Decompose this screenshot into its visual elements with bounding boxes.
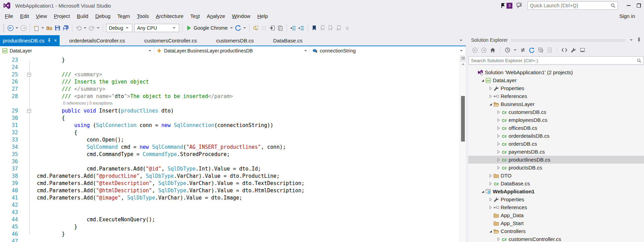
grid-dots-icon[interactable] (260, 24, 268, 32)
bookmark-next-icon[interactable] (327, 24, 335, 32)
bookmark-icon[interactable] (310, 24, 318, 32)
tree-item-paymentsdb-cs[interactable]: C#paymentsDB.cs (468, 148, 644, 156)
tree-item-properties[interactable]: Properties (468, 84, 644, 92)
tree-item-app-data[interactable]: App_Data (468, 211, 644, 219)
tree-item-properties[interactable]: Properties (468, 195, 644, 203)
window-position-icon[interactable] (630, 39, 633, 41)
tree-item-app-start[interactable]: App_Start (468, 219, 644, 227)
tree-item-database-cs[interactable]: C#DataBase.cs (468, 180, 644, 187)
sign-in-link[interactable]: Sign in (619, 13, 635, 19)
menu-view[interactable]: View (32, 12, 50, 20)
expand-icon[interactable] (495, 133, 501, 139)
tree-item-customersdb-cs[interactable]: C#customersDB.cs (468, 108, 644, 116)
folding-margin[interactable] (18, 71, 37, 78)
menu-project[interactable]: Project (50, 12, 73, 20)
tree-item-customerscontroller-cs[interactable]: C#customersController.cs (468, 235, 644, 242)
collapse-icon[interactable] (488, 229, 493, 234)
properties-icon[interactable] (570, 46, 577, 54)
solution-explorer-header[interactable]: Solution Explorer (468, 35, 644, 45)
scrollbar-thumb[interactable] (461, 96, 465, 142)
chevron-down-icon[interactable] (514, 49, 517, 51)
restore-button[interactable] (634, 1, 644, 10)
bookmark-prev-icon[interactable] (318, 24, 327, 32)
start-target-label[interactable]: Google Chrome (194, 25, 228, 31)
solution-search-input[interactable] (471, 58, 637, 63)
nav-back-icon[interactable] (6, 24, 14, 32)
project-dropdown[interactable]: C# DataLayer (0, 46, 154, 55)
tab-DataBase-cs[interactable]: DataBase.cs (264, 35, 312, 46)
codelens-indicator[interactable]: 0 references | 0 exceptions (0, 100, 466, 107)
collapse-icon[interactable] (488, 101, 493, 107)
feedback-icon[interactable] (517, 3, 523, 8)
menu-architecture[interactable]: Architecture (152, 12, 187, 20)
refresh-icon[interactable] (528, 46, 535, 54)
expand-icon[interactable] (488, 181, 493, 186)
expand-icon[interactable] (488, 205, 493, 210)
browser-refresh-icon[interactable] (234, 24, 242, 32)
tab-productlinesDB-cs[interactable]: productlinesDB.cs× (0, 35, 60, 46)
open-files-filter-icon[interactable] (504, 46, 511, 54)
redo-icon[interactable] (88, 24, 96, 32)
back-icon[interactable] (471, 46, 479, 54)
close-tab-icon[interactable]: × (54, 38, 57, 43)
tree-item-controllers[interactable]: Controllers (468, 227, 644, 235)
notifications-button[interactable]: 3 (500, 3, 512, 9)
sync-active-document-icon[interactable] (519, 46, 527, 54)
tab-customersController-cs[interactable]: customersController.cs (135, 35, 207, 46)
nav-forward-icon[interactable] (19, 24, 28, 32)
new-file-icon[interactable] (32, 24, 40, 32)
quick-launch-box[interactable] (528, 1, 618, 10)
tab-list-overflow-icon[interactable] (460, 40, 462, 41)
platform-combo[interactable]: Any CPU (134, 24, 179, 32)
menu-team[interactable]: Team (114, 12, 134, 20)
tree-item-webapplication1[interactable]: WebApplication1 (468, 187, 644, 195)
tree-item-employeesdb-cs[interactable]: C#employeesDB.cs (468, 116, 644, 124)
member-dropdown[interactable]: connectionString (310, 46, 466, 55)
tree-item-officesdb-cs[interactable]: C#officesDB.cs (468, 124, 644, 132)
tree-item-dto[interactable]: DTO (468, 172, 644, 180)
editor-vertical-scrollbar[interactable] (460, 55, 466, 242)
panel-splitter[interactable] (466, 35, 468, 242)
expand-icon[interactable] (495, 165, 501, 171)
copy-structure-icon[interactable] (276, 24, 285, 32)
tree-item-references[interactable]: References (468, 92, 644, 100)
collapse-all-icon[interactable] (537, 46, 544, 54)
menu-debug[interactable]: Debug (92, 12, 114, 20)
toolbar-grip[interactable] (3, 24, 5, 32)
solution-search-box[interactable] (469, 56, 644, 65)
pin-icon[interactable] (637, 38, 641, 42)
collapse-icon[interactable] (480, 78, 485, 83)
expand-icon[interactable] (495, 149, 501, 155)
chevron-down-icon[interactable] (230, 27, 233, 29)
tab-customersDB-cs[interactable]: customersDB.cs (206, 35, 263, 46)
type-dropdown[interactable]: DataLayer.BusinessLayer.productlinesDB (154, 46, 310, 55)
save-icon[interactable] (53, 24, 62, 32)
menu-help[interactable]: Help (254, 12, 272, 20)
menu-test[interactable]: Test (187, 12, 203, 20)
tree-item-ordersdb-cs[interactable]: C#ordersDB.cs (468, 140, 644, 148)
notification-count-badge[interactable]: 3 (507, 3, 512, 9)
minimize-button[interactable] (623, 1, 634, 10)
menu-edit[interactable]: Edit (17, 12, 32, 20)
toolbar-options-icon[interactable] (343, 24, 351, 32)
tree-item-references[interactable]: References (468, 203, 644, 211)
expand-icon[interactable] (495, 109, 501, 115)
forward-icon[interactable] (480, 46, 488, 54)
debug-configuration-combo[interactable]: Debug (106, 24, 132, 32)
split-window-handle[interactable] (460, 55, 466, 61)
expand-icon[interactable] (495, 157, 501, 163)
view-code-icon[interactable] (561, 46, 568, 54)
menu-build[interactable]: Build (73, 12, 92, 20)
chevron-down-icon[interactable] (97, 27, 100, 29)
tab-orderdetailsController-cs[interactable]: orderdetailsController.cs (60, 35, 135, 46)
tree-item-datalayer[interactable]: C#DataLayer (468, 76, 644, 84)
show-all-files-icon[interactable] (546, 46, 553, 54)
collapse-icon[interactable] (480, 189, 485, 194)
menu-analyze[interactable]: Analyze (203, 12, 228, 20)
expand-icon[interactable] (495, 117, 501, 123)
home-icon[interactable] (489, 46, 497, 54)
code-editor[interactable]: 23 }2425 /// <summary>26 /// Inserts the… (0, 55, 466, 242)
expand-icon[interactable] (488, 94, 493, 99)
chevron-down-icon[interactable] (84, 27, 86, 29)
tree-item-productlinesdb-cs[interactable]: C#productlinesDB.cs (468, 156, 644, 164)
